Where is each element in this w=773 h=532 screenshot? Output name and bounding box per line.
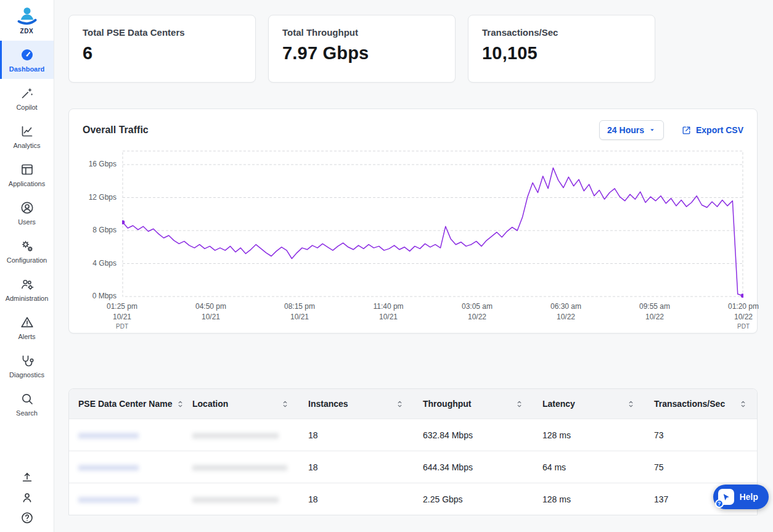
throughput-value: 644.34 Mbps [414, 462, 533, 472]
instances-value: 18 [299, 462, 414, 472]
latency-value: 64 ms [533, 462, 645, 472]
sidebar-bottom-icons [20, 470, 34, 525]
export-csv-button[interactable]: Export CSV [681, 125, 743, 136]
export-csv-label: Export CSV [696, 125, 743, 135]
data-center-name-redacted[interactable]: xxxxxxxxxxxxxx [69, 462, 183, 472]
sidebar-item-label: Analytics [13, 142, 40, 149]
sort-icon[interactable] [281, 399, 289, 409]
x-axis-label: 08:15 pm10/21 [284, 301, 315, 322]
transactions-value: 73 [645, 430, 757, 440]
sidebar-item-label: Users [18, 218, 36, 226]
x-axis-label: 01:25 pm10/21PDT [107, 301, 137, 331]
data-center-name-redacted[interactable]: xxxxxxxxxxxxxx [69, 494, 183, 504]
overall-traffic-title: Overall Traffic [83, 125, 599, 136]
timezone-label: PDT [728, 322, 759, 331]
question-icon[interactable] [20, 511, 34, 525]
stat-value: 6 [83, 43, 242, 63]
sidebar-nav: Dashboard Copilot Analytics Applicatio [0, 41, 54, 423]
overall-traffic-card: Overall Traffic 24 Hours Export CSV 16 G… [68, 108, 758, 334]
stat-card-throughput: Total Throughput 7.97 Gbps [268, 15, 456, 83]
sidebar-item-dashboard[interactable]: Dashboard [0, 41, 54, 79]
brand-name: ZDX [14, 28, 41, 35]
traffic-chart: 16 Gbps12 Gbps8 Gbps4 Gbps0 Mbps 01:25 p… [83, 150, 743, 332]
column-header-transactions[interactable]: Transactions/Sec [645, 399, 757, 409]
sort-icon[interactable] [627, 399, 635, 409]
column-header-latency[interactable]: Latency [533, 399, 645, 409]
stat-title: Transactions/Sec [482, 27, 641, 38]
y-axis-label: 8 Gbps [92, 226, 117, 234]
search-icon [20, 391, 35, 406]
pse-data-center-table: PSE Data Center Name Location Instances … [68, 388, 758, 515]
administration-icon [20, 277, 35, 292]
traffic-line [123, 168, 743, 295]
line-end-dot [741, 293, 743, 298]
table-row: xxxxxxxxxxxxxx xxxxxxxxxxxxxxxxxxxxxx 18… [69, 451, 757, 483]
x-axis-label: 04:50 pm10/21 [195, 301, 226, 322]
stat-value: 10,105 [482, 43, 641, 63]
column-header-location[interactable]: Location [183, 399, 299, 409]
stat-title: Total Throughput [282, 27, 441, 38]
help-question-badge: ? [715, 499, 724, 508]
column-header-instances[interactable]: Instances [299, 399, 414, 409]
column-header-throughput[interactable]: Throughput [414, 399, 533, 409]
table-row: xxxxxxxxxxxxxx xxxxxxxxxxxxxxxxxxxx 18 6… [69, 419, 757, 451]
table-row: xxxxxxxxxxxxxx xxxxxxxxxxxxxxxxxxxx 18 2… [69, 483, 757, 515]
latency-value: 128 ms [533, 494, 645, 504]
sort-icon[interactable] [396, 399, 404, 409]
location-redacted: xxxxxxxxxxxxxxxxxxxx [183, 430, 299, 440]
instances-value: 18 [299, 430, 414, 440]
sidebar-item-diagnostics[interactable]: Diagnostics [0, 346, 54, 385]
location-redacted: xxxxxxxxxxxxxxxxxxxx [183, 494, 299, 504]
latency-value: 128 ms [533, 430, 645, 440]
help-cursor-icon: ? [718, 489, 734, 505]
sidebar-item-applications[interactable]: Applications [0, 155, 54, 194]
help-label: Help [740, 492, 758, 502]
data-center-name-redacted[interactable]: xxxxxxxxxxxxxx [69, 430, 183, 440]
table-header-row: PSE Data Center Name Location Instances … [69, 389, 757, 419]
location-redacted: xxxxxxxxxxxxxxxxxxxxxx [183, 462, 299, 472]
x-axis-label: 06:30 am10/22 [550, 301, 581, 322]
column-header-name[interactable]: PSE Data Center Name [69, 399, 183, 409]
configuration-icon [20, 239, 35, 253]
time-range-dropdown[interactable]: 24 Hours [599, 120, 664, 140]
time-range-value: 24 Hours [607, 125, 644, 135]
analytics-icon [20, 124, 35, 139]
sidebar-item-label: Diagnostics [9, 371, 44, 379]
transactions-value: 75 [645, 462, 757, 472]
copilot-icon [20, 86, 35, 100]
stat-card-data-centers: Total PSE Data Centers 6 [68, 15, 256, 83]
sort-icon[interactable] [739, 399, 747, 409]
sidebar-item-copilot[interactable]: Copilot [0, 79, 54, 117]
sidebar-item-label: Search [16, 409, 38, 417]
sidebar-item-label: Alerts [18, 333, 35, 340]
user-icon[interactable] [20, 491, 34, 504]
sort-icon[interactable] [515, 399, 523, 409]
sidebar: ZDX Dashboard Copilot Analytics [0, 0, 54, 532]
y-axis: 16 Gbps12 Gbps8 Gbps4 Gbps0 Mbps [83, 150, 122, 298]
plot-border [123, 151, 743, 297]
sidebar-item-alerts[interactable]: Alerts [0, 308, 54, 346]
throughput-value: 632.84 Mbps [414, 430, 533, 440]
sidebar-item-users[interactable]: Users [0, 194, 54, 232]
sidebar-item-analytics[interactable]: Analytics [0, 117, 54, 155]
x-axis-label: 03:05 am10/22 [462, 301, 493, 322]
applications-icon [20, 162, 35, 177]
help-button[interactable]: ? Help [713, 485, 769, 509]
timezone-label: PDT [107, 322, 137, 331]
sidebar-item-label: Configuration [7, 256, 47, 264]
y-axis-label: 16 Gbps [89, 160, 117, 168]
alerts-icon [20, 315, 35, 330]
upload-icon[interactable] [20, 470, 34, 484]
sidebar-item-administration[interactable]: Administration [0, 270, 54, 308]
diagnostics-icon [20, 353, 35, 368]
zdx-logo-icon [14, 6, 41, 27]
zdx-logo[interactable]: ZDX [14, 6, 41, 35]
sidebar-item-configuration[interactable]: Configuration [0, 232, 54, 270]
throughput-value: 2.25 Gbps [414, 494, 533, 504]
stat-title: Total PSE Data Centers [83, 27, 242, 38]
sidebar-item-label: Administration [6, 295, 49, 302]
sidebar-item-search[interactable]: Search [0, 385, 54, 423]
y-axis-label: 0 Mbps [92, 292, 117, 300]
y-axis-label: 12 Gbps [89, 193, 117, 202]
users-icon [20, 200, 35, 215]
